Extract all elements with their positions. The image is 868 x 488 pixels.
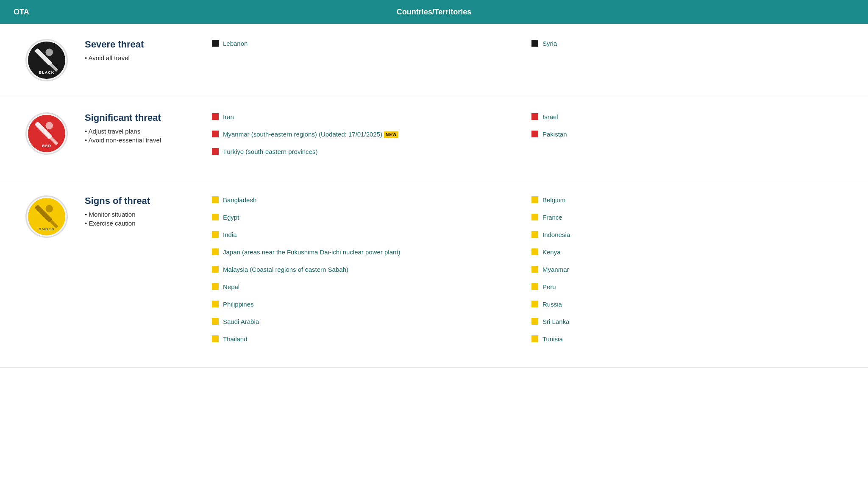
country-square-icon <box>531 113 538 120</box>
country-name[interactable]: Nepal <box>223 282 239 291</box>
bullet-item: Exercise caution <box>85 220 203 227</box>
country-name[interactable]: Peru <box>542 282 556 291</box>
country-item: Türkiye (south-eastern provinces) <box>212 147 531 156</box>
country-square-icon <box>212 318 219 325</box>
country-item: Japan (areas near the Fukushima Dai-ichi… <box>212 248 531 257</box>
country-item: Kenya <box>531 248 851 257</box>
country-square-icon <box>212 283 219 290</box>
country-item: Tunisia <box>531 335 851 343</box>
country-name[interactable]: Indonesia <box>542 230 570 239</box>
country-square-icon <box>531 318 538 325</box>
country-square-icon <box>212 196 219 203</box>
section-severe: BLACKSevere threatAvoid all travelLebano… <box>0 24 868 97</box>
country-square-icon <box>212 40 219 47</box>
signs-countries-left: BangladeshEgyptIndiaJapan (areas near th… <box>212 195 531 352</box>
country-name[interactable]: Türkiye (south-eastern provinces) <box>223 147 317 156</box>
bullet-item: Adjust travel plans <box>85 128 203 135</box>
country-name[interactable]: Tunisia <box>542 335 563 343</box>
country-square-icon <box>531 248 538 255</box>
country-item: Nepal <box>212 282 531 291</box>
country-square-icon <box>212 301 219 307</box>
sections-container: BLACKSevere threatAvoid all travelLebano… <box>0 24 868 368</box>
country-name[interactable]: India <box>223 230 237 239</box>
country-item: Myanmar <box>531 265 851 274</box>
country-item: Lebanon <box>212 39 531 48</box>
severe-icon-col: BLACK <box>17 39 76 81</box>
significant-title: Significant threat <box>85 112 203 123</box>
signs-countries-right: BelgiumFranceIndonesiaKenyaMyanmarPeruRu… <box>531 195 851 352</box>
severe-badge: BLACK <box>25 39 68 81</box>
country-square-icon <box>212 113 219 120</box>
country-name[interactable]: Iran <box>223 112 234 121</box>
country-square-icon <box>531 301 538 307</box>
country-item: Syria <box>531 39 851 48</box>
country-square-icon <box>212 266 219 273</box>
significant-info: Significant threatAdjust travel plansAvo… <box>85 112 212 145</box>
country-square-icon <box>531 214 538 220</box>
country-name[interactable]: Myanmar <box>542 265 569 274</box>
signs-title: Signs of threat <box>85 195 203 206</box>
country-square-icon <box>212 248 219 255</box>
significant-icon-col: RED <box>17 112 76 155</box>
country-square-icon <box>531 131 538 137</box>
country-name[interactable]: Myanmar (south-eastern regions) (Updated… <box>223 130 398 139</box>
signs-badge: AMBER <box>25 195 68 238</box>
country-item: India <box>212 230 531 239</box>
country-item: Israel <box>531 112 851 121</box>
country-name[interactable]: Pakistan <box>542 130 567 139</box>
country-item: Malaysia (Coastal regions of eastern Sab… <box>212 265 531 274</box>
country-item: Bangladesh <box>212 195 531 204</box>
new-badge: NEW <box>384 131 398 138</box>
signs-info: Signs of threatMonitor situationExercise… <box>85 195 212 229</box>
country-name[interactable]: Egypt <box>223 213 239 222</box>
country-item: Russia <box>531 300 851 309</box>
country-name[interactable]: Sri Lanka <box>542 317 569 326</box>
country-square-icon <box>531 335 538 342</box>
country-item: Sri Lanka <box>531 317 851 326</box>
country-square-icon <box>531 283 538 290</box>
country-name[interactable]: Kenya <box>542 248 561 257</box>
page-header: OTA Countries/Territories <box>0 0 868 24</box>
country-square-icon <box>531 40 538 47</box>
country-item: Indonesia <box>531 230 851 239</box>
country-square-icon <box>212 148 219 155</box>
country-name[interactable]: Saudi Arabia <box>223 317 259 326</box>
country-name[interactable]: Syria <box>542 39 557 48</box>
significant-countries-left: IranMyanmar (south-eastern regions) (Upd… <box>212 112 531 165</box>
bullet-item: Monitor situation <box>85 211 203 218</box>
page-title: Countries/Territories <box>397 8 472 17</box>
country-square-icon <box>531 196 538 203</box>
significant-countries: IranMyanmar (south-eastern regions) (Upd… <box>212 112 851 165</box>
country-item: Belgium <box>531 195 851 204</box>
country-square-icon <box>212 335 219 342</box>
country-item: Philippines <box>212 300 531 309</box>
country-name[interactable]: Bangladesh <box>223 195 256 204</box>
section-signs: AMBERSigns of threatMonitor situationExe… <box>0 180 868 368</box>
country-item: Saudi Arabia <box>212 317 531 326</box>
severe-title: Severe threat <box>85 39 203 50</box>
country-name[interactable]: Malaysia (Coastal regions of eastern Sab… <box>223 265 348 274</box>
country-name[interactable]: Russia <box>542 300 562 309</box>
country-name[interactable]: Japan (areas near the Fukushima Dai-ichi… <box>223 248 401 257</box>
significant-countries-right: IsraelPakistan <box>531 112 851 165</box>
severe-countries-right: Syria <box>531 39 851 56</box>
country-square-icon <box>212 231 219 238</box>
country-item: Egypt <box>212 213 531 222</box>
severe-countries: LebanonSyria <box>212 39 851 56</box>
country-name[interactable]: Belgium <box>542 195 565 204</box>
country-item: Iran <box>212 112 531 121</box>
country-square-icon <box>212 131 219 137</box>
section-significant: REDSignificant threatAdjust travel plans… <box>0 97 868 180</box>
country-item: Pakistan <box>531 130 851 139</box>
country-name[interactable]: Philippines <box>223 300 254 309</box>
country-name[interactable]: Lebanon <box>223 39 248 48</box>
country-item: Thailand <box>212 335 531 343</box>
country-name[interactable]: Israel <box>542 112 558 121</box>
bullet-item: Avoid all travel <box>85 54 203 61</box>
signs-countries: BangladeshEgyptIndiaJapan (areas near th… <box>212 195 851 352</box>
significant-badge: RED <box>25 112 68 155</box>
bullet-item: Avoid non-essential travel <box>85 137 203 144</box>
country-square-icon <box>531 231 538 238</box>
country-name[interactable]: France <box>542 213 562 222</box>
country-name[interactable]: Thailand <box>223 335 248 343</box>
